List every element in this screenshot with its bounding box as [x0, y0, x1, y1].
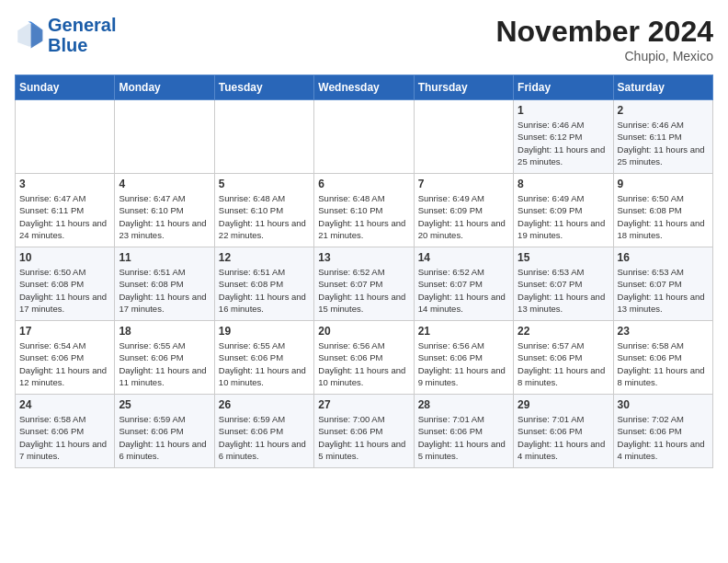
day-number: 3	[19, 178, 110, 190]
day-number: 12	[219, 251, 310, 264]
day-number: 2	[618, 104, 709, 117]
day-number: 16	[618, 251, 709, 264]
day-info: Sunrise: 6:56 AM Sunset: 6:06 PM Dayligh…	[318, 339, 409, 388]
day-info: Sunrise: 6:48 AM Sunset: 6:10 PM Dayligh…	[219, 192, 310, 241]
calendar-cell: 3Sunrise: 6:47 AM Sunset: 6:11 PM Daylig…	[16, 174, 115, 247]
calendar-cell: 9Sunrise: 6:50 AM Sunset: 6:08 PM Daylig…	[613, 174, 712, 247]
day-number: 18	[119, 325, 210, 338]
day-number: 9	[618, 178, 709, 190]
calendar-table: SundayMondayTuesdayWednesdayThursdayFrid…	[15, 75, 713, 468]
day-info: Sunrise: 6:59 AM Sunset: 6:06 PM Dayligh…	[219, 413, 310, 462]
day-info: Sunrise: 7:02 AM Sunset: 6:06 PM Dayligh…	[618, 413, 709, 462]
day-info: Sunrise: 6:57 AM Sunset: 6:06 PM Dayligh…	[518, 339, 609, 388]
calendar-cell: 6Sunrise: 6:48 AM Sunset: 6:10 PM Daylig…	[314, 174, 414, 247]
day-info: Sunrise: 6:48 AM Sunset: 6:10 PM Dayligh…	[318, 192, 409, 241]
logo-line1: General	[48, 15, 116, 35]
header: General Blue November 2024 Chupio, Mexic…	[15, 15, 713, 63]
day-number: 15	[518, 251, 609, 264]
day-info: Sunrise: 6:53 AM Sunset: 6:07 PM Dayligh…	[618, 266, 709, 315]
calendar-cell: 21Sunrise: 6:56 AM Sunset: 6:06 PM Dayli…	[414, 321, 513, 395]
week-row-4: 17Sunrise: 6:54 AM Sunset: 6:06 PM Dayli…	[16, 321, 713, 395]
calendar-cell: 12Sunrise: 6:51 AM Sunset: 6:08 PM Dayli…	[214, 247, 313, 321]
calendar-cell: 24Sunrise: 6:58 AM Sunset: 6:06 PM Dayli…	[16, 395, 115, 468]
calendar-cell: 5Sunrise: 6:48 AM Sunset: 6:10 PM Daylig…	[214, 174, 313, 247]
calendar-cell	[214, 100, 313, 174]
day-info: Sunrise: 6:52 AM Sunset: 6:07 PM Dayligh…	[418, 266, 509, 315]
day-info: Sunrise: 6:56 AM Sunset: 6:06 PM Dayligh…	[418, 339, 509, 388]
day-number: 21	[418, 325, 509, 338]
day-info: Sunrise: 6:50 AM Sunset: 6:08 PM Dayligh…	[618, 192, 709, 241]
calendar-cell: 22Sunrise: 6:57 AM Sunset: 6:06 PM Dayli…	[514, 321, 613, 395]
weekday-header-friday: Friday	[514, 75, 613, 100]
day-number: 1	[518, 104, 609, 117]
weekday-header-monday: Monday	[115, 75, 214, 100]
weekday-header-tuesday: Tuesday	[214, 75, 313, 100]
calendar-cell	[115, 100, 214, 174]
day-info: Sunrise: 6:55 AM Sunset: 6:06 PM Dayligh…	[119, 339, 210, 388]
week-row-5: 24Sunrise: 6:58 AM Sunset: 6:06 PM Dayli…	[16, 395, 713, 468]
day-number: 23	[618, 325, 709, 338]
logo-icon	[15, 20, 44, 50]
day-number: 20	[318, 325, 409, 338]
day-info: Sunrise: 6:53 AM Sunset: 6:07 PM Dayligh…	[518, 266, 609, 315]
location: Chupio, Mexico	[495, 49, 713, 63]
calendar-cell: 1Sunrise: 6:46 AM Sunset: 6:12 PM Daylig…	[514, 100, 613, 174]
calendar-cell: 8Sunrise: 6:49 AM Sunset: 6:09 PM Daylig…	[514, 174, 613, 247]
day-number: 26	[219, 398, 310, 411]
svg-marker-1	[31, 22, 43, 49]
day-number: 27	[318, 398, 409, 411]
day-info: Sunrise: 6:46 AM Sunset: 6:12 PM Dayligh…	[518, 119, 609, 167]
day-number: 28	[418, 398, 509, 411]
week-row-2: 3Sunrise: 6:47 AM Sunset: 6:11 PM Daylig…	[16, 174, 713, 247]
day-number: 29	[518, 398, 609, 411]
day-number: 19	[219, 325, 310, 338]
day-number: 14	[418, 251, 509, 264]
weekday-header-thursday: Thursday	[414, 75, 513, 100]
logo-text: General Blue	[48, 15, 116, 55]
day-number: 22	[518, 325, 609, 338]
day-info: Sunrise: 6:54 AM Sunset: 6:06 PM Dayligh…	[19, 339, 110, 388]
day-number: 11	[119, 251, 210, 264]
day-number: 4	[119, 178, 210, 190]
calendar-cell: 30Sunrise: 7:02 AM Sunset: 6:06 PM Dayli…	[613, 395, 712, 468]
day-number: 30	[618, 398, 709, 411]
calendar-cell: 25Sunrise: 6:59 AM Sunset: 6:06 PM Dayli…	[115, 395, 214, 468]
day-info: Sunrise: 6:47 AM Sunset: 6:10 PM Dayligh…	[119, 192, 210, 241]
day-info: Sunrise: 6:49 AM Sunset: 6:09 PM Dayligh…	[518, 192, 609, 241]
calendar-cell: 19Sunrise: 6:55 AM Sunset: 6:06 PM Dayli…	[214, 321, 313, 395]
calendar-cell: 20Sunrise: 6:56 AM Sunset: 6:06 PM Dayli…	[314, 321, 414, 395]
day-number: 25	[119, 398, 210, 411]
calendar-cell: 14Sunrise: 6:52 AM Sunset: 6:07 PM Dayli…	[414, 247, 513, 321]
calendar-cell	[314, 100, 414, 174]
day-number: 10	[19, 251, 110, 264]
calendar-cell: 29Sunrise: 7:01 AM Sunset: 6:06 PM Dayli…	[514, 395, 613, 468]
day-number: 6	[318, 178, 409, 190]
day-info: Sunrise: 7:00 AM Sunset: 6:06 PM Dayligh…	[318, 413, 409, 462]
week-row-3: 10Sunrise: 6:50 AM Sunset: 6:08 PM Dayli…	[16, 247, 713, 321]
calendar-cell: 17Sunrise: 6:54 AM Sunset: 6:06 PM Dayli…	[16, 321, 115, 395]
day-info: Sunrise: 6:46 AM Sunset: 6:11 PM Dayligh…	[618, 119, 709, 167]
calendar-cell	[414, 100, 513, 174]
calendar-cell: 27Sunrise: 7:00 AM Sunset: 6:06 PM Dayli…	[314, 395, 414, 468]
day-info: Sunrise: 6:49 AM Sunset: 6:09 PM Dayligh…	[418, 192, 509, 241]
calendar-cell: 2Sunrise: 6:46 AM Sunset: 6:11 PM Daylig…	[613, 100, 712, 174]
weekday-header-saturday: Saturday	[613, 75, 712, 100]
day-number: 5	[219, 178, 310, 190]
logo-line2: Blue	[48, 35, 116, 55]
weekday-header-sunday: Sunday	[16, 75, 115, 100]
calendar-cell: 10Sunrise: 6:50 AM Sunset: 6:08 PM Dayli…	[16, 247, 115, 321]
calendar-cell: 23Sunrise: 6:58 AM Sunset: 6:06 PM Dayli…	[613, 321, 712, 395]
calendar-cell: 16Sunrise: 6:53 AM Sunset: 6:07 PM Dayli…	[613, 247, 712, 321]
week-row-1: 1Sunrise: 6:46 AM Sunset: 6:12 PM Daylig…	[16, 100, 713, 174]
day-number: 13	[318, 251, 409, 264]
day-info: Sunrise: 6:51 AM Sunset: 6:08 PM Dayligh…	[119, 266, 210, 315]
calendar-cell: 4Sunrise: 6:47 AM Sunset: 6:10 PM Daylig…	[115, 174, 214, 247]
day-info: Sunrise: 7:01 AM Sunset: 6:06 PM Dayligh…	[518, 413, 609, 462]
calendar-cell: 28Sunrise: 7:01 AM Sunset: 6:06 PM Dayli…	[414, 395, 513, 468]
calendar-cell: 18Sunrise: 6:55 AM Sunset: 6:06 PM Dayli…	[115, 321, 214, 395]
day-info: Sunrise: 6:52 AM Sunset: 6:07 PM Dayligh…	[318, 266, 409, 315]
day-number: 8	[518, 178, 609, 190]
day-info: Sunrise: 6:51 AM Sunset: 6:08 PM Dayligh…	[219, 266, 310, 315]
logo: General Blue	[15, 15, 116, 55]
day-number: 17	[19, 325, 110, 338]
